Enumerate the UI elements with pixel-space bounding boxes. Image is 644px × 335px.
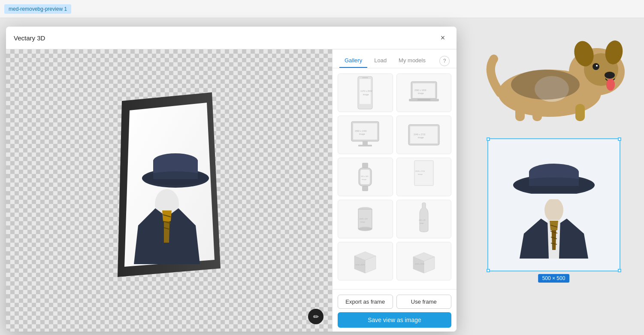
svg-text:2560 x 1600: 2560 x 1600 <box>414 89 426 91</box>
gallery-item-can[interactable]: 1220 x 120 image <box>338 200 393 238</box>
svg-point-67 <box>605 72 615 79</box>
svg-text:image: image <box>418 173 423 175</box>
modal-body: ✏ Gallery Load My models ? <box>6 49 457 332</box>
svg-rect-24 <box>417 99 430 100</box>
svg-point-77 <box>513 177 595 193</box>
svg-text:2100 x 2970: 2100 x 2970 <box>355 264 365 266</box>
svg-text:1220 x 120: 1220 x 120 <box>359 218 368 220</box>
size-label: 500 × 500 <box>538 274 570 283</box>
top-bar: med-removebg-preview 1 <box>0 0 644 18</box>
tablet-mockup-container <box>96 88 242 294</box>
export-as-frame-button[interactable]: Export as frame <box>338 295 393 309</box>
svg-point-73 <box>511 70 580 100</box>
resize-handle-bl[interactable] <box>487 269 490 272</box>
svg-point-78 <box>544 199 563 222</box>
gallery-item-paper[interactable]: 2500 x 1700 image <box>396 158 452 196</box>
modal-header: Vectary 3D × <box>6 27 457 49</box>
svg-rect-35 <box>362 163 368 168</box>
edit-icon[interactable]: ✏ <box>308 309 324 324</box>
svg-text:image: image <box>359 133 365 135</box>
gallery-item-laptop[interactable]: 2560 x 1600 image <box>396 73 452 112</box>
bottle-thumbnail: 1967 x 80 image <box>415 202 432 236</box>
dog-image-area <box>481 27 627 125</box>
gallery-item-monitor[interactable]: 2560 x 1440 image <box>338 116 393 154</box>
svg-rect-71 <box>575 104 585 121</box>
monitor-thumbnail: 2560 x 1440 image <box>348 120 382 150</box>
svg-rect-70 <box>532 104 542 121</box>
svg-rect-29 <box>363 141 368 145</box>
laptop-thumbnail: 2560 x 1600 image <box>407 80 441 106</box>
tablet-3d-svg <box>96 88 233 281</box>
resize-handle-tr[interactable] <box>618 137 621 141</box>
help-icon[interactable]: ? <box>439 56 450 66</box>
svg-text:image: image <box>418 136 424 139</box>
hat-preview-container: 500 × 500 <box>487 138 620 271</box>
svg-text:image: image <box>420 222 424 224</box>
svg-rect-36 <box>362 186 368 191</box>
svg-text:image: image <box>362 178 367 180</box>
svg-text:595 x 595: 595 x 595 <box>361 175 369 177</box>
phone-thumbnail: 1170 x 2532 image <box>354 76 376 110</box>
gallery-item-bottle[interactable]: 1967 x 80 image <box>396 200 452 238</box>
use-frame-button[interactable]: Use frame <box>396 295 452 309</box>
close-button[interactable]: × <box>437 32 449 44</box>
svg-text:image: image <box>418 92 424 94</box>
svg-point-68 <box>606 79 615 91</box>
can-thumbnail: 1220 x 120 image <box>354 204 376 234</box>
svg-text:2048 x 2732: 2048 x 2732 <box>414 133 426 136</box>
gallery-footer: Export as frame Use frame Save view as i… <box>333 289 457 332</box>
svg-rect-69 <box>515 102 525 121</box>
svg-point-5 <box>142 171 209 185</box>
gallery-panel: Gallery Load My models ? 1170 x 2532 <box>332 49 457 332</box>
gallery-item-phone[interactable]: 1170 x 2532 image <box>338 73 393 112</box>
gallery-item-tablet-h[interactable]: 2048 x 2732 image <box>396 116 452 154</box>
gallery-item-watch[interactable]: 595 x 595 image <box>338 158 393 196</box>
svg-rect-16 <box>362 77 368 78</box>
gallery-tabs: Gallery Load My models ? <box>333 49 457 68</box>
hat-preview-svg <box>511 151 597 194</box>
svg-rect-30 <box>358 145 372 146</box>
tab-load[interactable]: Load <box>369 54 392 68</box>
watch-thumbnail: 595 x 595 image <box>354 162 376 192</box>
resize-handle-tl[interactable] <box>487 137 490 141</box>
footer-row: Export as frame Use frame <box>338 295 451 309</box>
svg-text:image: image <box>363 93 369 96</box>
gallery-item-box2[interactable]: 2100 x 2100 <box>396 242 452 280</box>
svg-text:image: image <box>360 221 366 223</box>
svg-text:1170 x 2532: 1170 x 2532 <box>360 90 372 92</box>
3d-viewport: ✏ <box>6 49 332 332</box>
svg-text:2560 x 1440: 2560 x 1440 <box>355 130 367 132</box>
svg-text:2100 x 2100: 2100 x 2100 <box>415 263 425 265</box>
tab-gallery[interactable]: Gallery <box>339 54 367 68</box>
svg-text:1967 x 80: 1967 x 80 <box>419 219 425 221</box>
tablet-h-thumbnail: 2048 x 2732 image <box>407 122 441 148</box>
vectary-modal: Vectary 3D × <box>6 27 457 332</box>
right-panel: 500 × 500 <box>463 18 644 335</box>
hat-preview-box[interactable]: 500 × 500 <box>487 138 620 271</box>
svg-point-65 <box>593 63 599 70</box>
svg-point-66 <box>596 65 598 67</box>
save-view-as-image-button[interactable]: Save view as image <box>338 312 451 328</box>
resize-handle-br[interactable] <box>618 269 621 272</box>
suit-preview-svg <box>511 199 597 259</box>
dog-illustration <box>481 29 627 123</box>
gallery-item-box1[interactable]: 2100 x 2970 <box>338 242 393 280</box>
gallery-grid: 1170 x 2532 image 2560 x 1600 image <box>333 68 457 289</box>
modal-title: Vectary 3D <box>14 34 45 42</box>
paper-thumbnail: 2500 x 1700 image <box>411 160 437 194</box>
box1-thumbnail: 2100 x 2970 <box>350 247 380 275</box>
modal-overlay: Vectary 3D × <box>0 18 463 335</box>
svg-rect-41 <box>414 161 433 186</box>
svg-text:2500 x 1700: 2500 x 1700 <box>415 170 425 172</box>
active-tab[interactable]: med-removebg-preview 1 <box>4 4 71 14</box>
box2-thumbnail: 2100 x 2100 <box>409 247 439 275</box>
tab-my-models[interactable]: My models <box>393 54 431 68</box>
